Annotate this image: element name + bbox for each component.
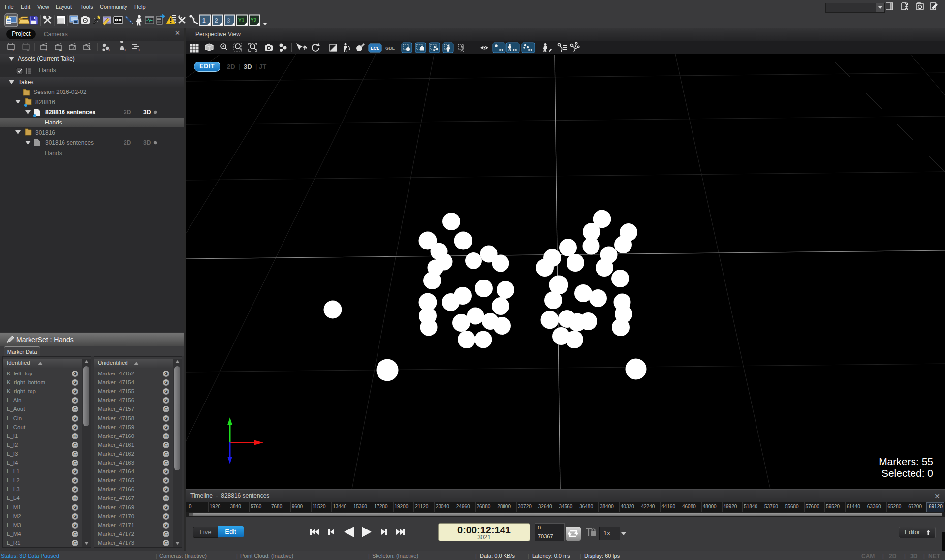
svg-text:3: 3 <box>227 17 230 24</box>
svg-text:+: + <box>138 48 140 53</box>
svg-text:Selected: 0: Selected: 0 <box>882 467 933 479</box>
svg-text:1: 1 <box>202 17 206 24</box>
svg-text:+: + <box>12 48 14 53</box>
svg-text:GBL: GBL <box>385 46 395 51</box>
svg-text:–: – <box>59 48 62 53</box>
svg-text:Y1: Y1 <box>238 18 245 23</box>
svg-text:+: + <box>108 48 110 53</box>
svg-text:2: 2 <box>215 17 218 24</box>
svg-text:Markers: 55: Markers: 55 <box>879 456 933 467</box>
svg-text:+: + <box>45 48 47 53</box>
svg-text:LCL: LCL <box>371 46 379 51</box>
svg-text:–: – <box>27 48 29 53</box>
svg-text:+: + <box>124 48 126 53</box>
svg-text:Y2: Y2 <box>251 18 257 23</box>
